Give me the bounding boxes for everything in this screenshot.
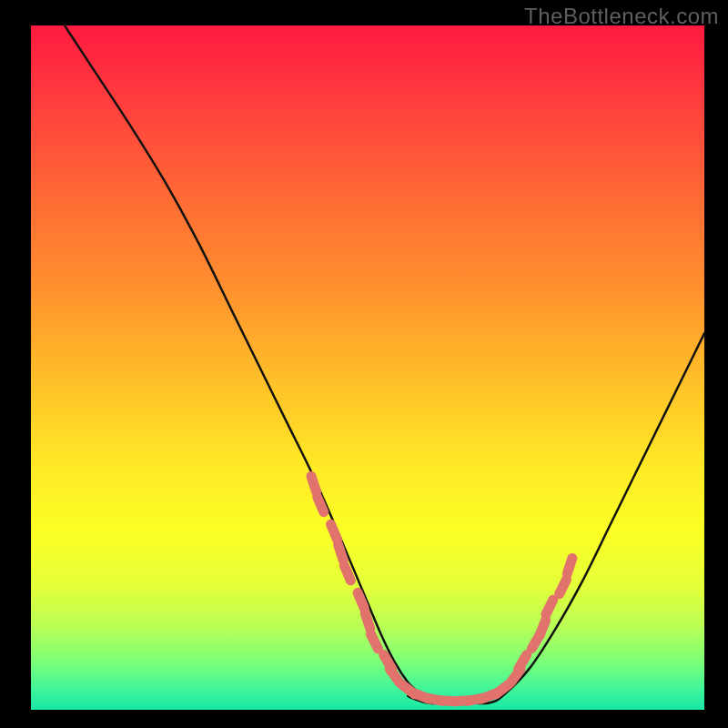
bottleneck-curve <box>65 25 704 703</box>
curve-markers <box>311 476 572 701</box>
plot-area <box>31 25 704 710</box>
marker-dash <box>519 655 527 670</box>
marker-dash <box>389 669 399 682</box>
marker-dash <box>344 565 350 581</box>
chart-frame: TheBottleneck.com <box>0 0 728 728</box>
marker-dash <box>540 620 546 635</box>
marker-dash <box>560 580 567 594</box>
marker-dash <box>331 524 338 540</box>
marker-dash <box>358 592 364 608</box>
marker-dash <box>370 634 378 649</box>
marker-dash <box>311 476 317 491</box>
marker-dash <box>546 600 553 614</box>
chart-svg <box>31 25 704 710</box>
watermark-text: TheBottleneck.com <box>524 4 719 29</box>
marker-dash <box>567 559 572 574</box>
marker-dash <box>365 613 370 629</box>
marker-dash <box>318 497 324 512</box>
marker-dash <box>339 544 344 560</box>
